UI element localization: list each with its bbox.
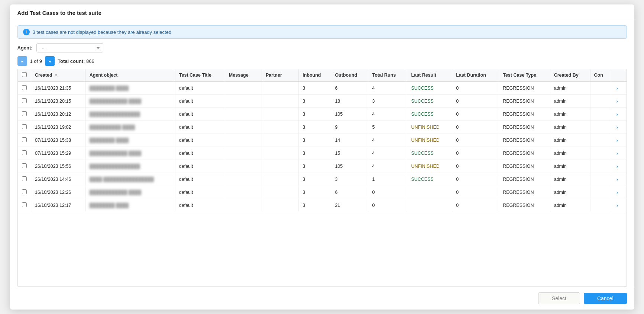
cell-test-case-type: REGRESSION (499, 173, 550, 186)
row-checkbox-1[interactable] (22, 98, 27, 103)
col-header-total-runs: Total Runs (368, 69, 407, 81)
cell-test-case-title: default (175, 186, 225, 199)
cell-message (225, 160, 262, 173)
agent-row: Agent: ···· (17, 43, 627, 52)
cell-outbound: 15 (331, 147, 368, 160)
row-checkbox-8[interactable] (22, 189, 27, 194)
cell-message (225, 95, 262, 108)
cell-inbound: 3 (299, 173, 331, 186)
select-button[interactable]: Select (538, 292, 580, 304)
cell-test-case-type: REGRESSION (499, 134, 550, 147)
col-header-con: Con (590, 69, 611, 81)
cell-last-duration: 0 (452, 147, 499, 160)
col-header-inbound: Inbound (299, 69, 331, 81)
row-checkbox-2[interactable] (22, 111, 27, 116)
cell-inbound: 3 (299, 147, 331, 160)
col-header-test-case-type: Test Case Type (499, 69, 550, 81)
row-expand-button[interactable]: › (615, 110, 620, 118)
cell-total-runs: 3 (368, 95, 407, 108)
pagination-row: « 1 of 9 » Total count: 866 (17, 56, 627, 66)
cell-created: 16/10/2023 12:26 (31, 186, 86, 199)
cell-test-case-title: default (175, 95, 225, 108)
row-expand-button[interactable]: › (615, 97, 620, 105)
info-banner-text: 3 test cases are not displayed because t… (33, 29, 172, 35)
col-header-agent-object: Agent object (85, 69, 175, 81)
info-icon: i (23, 29, 30, 35)
cell-con (590, 173, 611, 186)
next-page-button[interactable]: » (45, 56, 55, 66)
cell-action: › (611, 199, 626, 212)
row-expand-button[interactable]: › (615, 202, 620, 209)
table-row: 16/10/2023 12:26████████████ ████default… (18, 186, 627, 199)
row-expand-button[interactable]: › (615, 84, 620, 92)
table-row: 26/10/2023 14:46████ ████████████████def… (18, 173, 627, 186)
cell-created: 16/11/2023 21:35 (31, 81, 86, 95)
cancel-button[interactable]: Cancel (584, 293, 627, 304)
cell-created: 26/10/2023 14:46 (31, 173, 86, 186)
cell-test-case-type: REGRESSION (499, 160, 550, 173)
cell-agent-object: ████████ ████ (85, 199, 175, 212)
row-expand-button[interactable]: › (615, 176, 620, 183)
cell-con (590, 186, 611, 199)
cell-last-result: SUCCESS (407, 173, 452, 186)
row-checkbox-3[interactable] (22, 124, 27, 129)
cell-test-case-title: default (175, 147, 225, 160)
header-checkbox-cell (18, 69, 31, 81)
row-checkbox-9[interactable] (22, 202, 27, 207)
total-count-value: 866 (86, 58, 94, 64)
cell-outbound: 3 (331, 173, 368, 186)
row-checkbox-cell (18, 81, 31, 95)
row-expand-button[interactable]: › (615, 189, 620, 196)
row-expand-button[interactable]: › (615, 137, 620, 144)
blurred-agent: ████████ ████ (90, 86, 129, 91)
cell-message (225, 147, 262, 160)
row-checkbox-cell (18, 199, 31, 212)
row-expand-button[interactable]: › (615, 163, 620, 170)
row-checkbox-cell (18, 108, 31, 121)
row-checkbox-5[interactable] (22, 150, 27, 155)
select-all-checkbox[interactable] (22, 72, 27, 77)
cell-inbound: 3 (299, 95, 331, 108)
cell-last-duration: 0 (452, 95, 499, 108)
row-checkbox-0[interactable] (22, 85, 27, 90)
cell-last-duration: 0 (452, 121, 499, 134)
info-banner: i 3 test cases are not displayed because… (17, 25, 627, 39)
cell-test-case-type: REGRESSION (499, 95, 550, 108)
row-checkbox-cell (18, 147, 31, 160)
row-expand-button[interactable]: › (615, 150, 620, 157)
cell-outbound: 6 (331, 81, 368, 95)
agent-select[interactable]: ···· (36, 43, 103, 52)
modal-footer: Select Cancel (10, 287, 634, 310)
cell-total-runs: 4 (368, 134, 407, 147)
cell-con (590, 134, 611, 147)
cell-last-duration: 0 (452, 199, 499, 212)
row-checkbox-4[interactable] (22, 137, 27, 142)
modal-title: Add Test Cases to the test suite (17, 10, 101, 16)
cell-last-duration: 0 (452, 134, 499, 147)
cell-test-case-title: default (175, 160, 225, 173)
table-row: 16/10/2023 12:17████████ ████default3210… (18, 199, 627, 212)
cell-test-case-type: REGRESSION (499, 81, 550, 95)
cell-partner (262, 121, 299, 134)
row-checkbox-cell (18, 95, 31, 108)
page-info: 1 of 9 (30, 58, 42, 64)
col-header-partner: Partner (262, 69, 299, 81)
blurred-agent: ████ ████████████████ (90, 177, 154, 182)
cell-action: › (611, 160, 626, 173)
row-checkbox-cell (18, 173, 31, 186)
cell-created-by: admin (550, 121, 590, 134)
cell-con (590, 108, 611, 121)
table-row: 16/11/2023 20:12████████████████default3… (18, 108, 627, 121)
prev-page-button[interactable]: « (17, 56, 27, 66)
cell-inbound: 3 (299, 199, 331, 212)
modal-body: i 3 test cases are not displayed because… (10, 20, 634, 287)
row-checkbox-7[interactable] (22, 176, 27, 181)
test-cases-table: Created ≡ Agent object Test Case Title M… (18, 69, 627, 212)
row-checkbox-6[interactable] (22, 163, 27, 168)
cell-partner (262, 199, 299, 212)
cell-test-case-type: REGRESSION (499, 186, 550, 199)
row-expand-button[interactable]: › (615, 124, 620, 131)
cell-created: 16/11/2023 19:02 (31, 121, 86, 134)
col-header-outbound: Outbound (331, 69, 368, 81)
cell-last-duration: 0 (452, 173, 499, 186)
